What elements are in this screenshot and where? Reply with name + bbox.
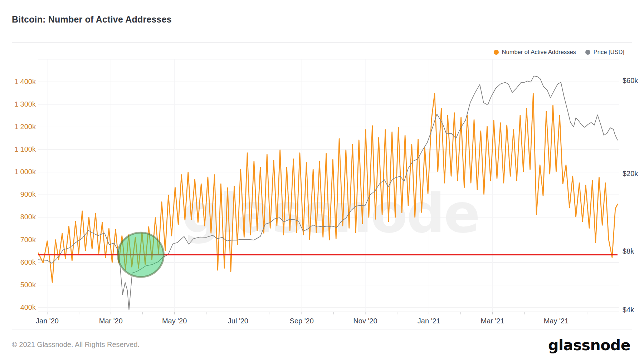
- copyright-text: © 2021 Glassnode. All Rights Reserved.: [12, 341, 140, 349]
- green-highlight-ellipse: [118, 233, 164, 277]
- y-axis-label-left: 600k: [7, 258, 36, 266]
- legend-label: Number of Active Addresses: [502, 49, 576, 55]
- x-axis-label: Mar '21: [481, 317, 504, 325]
- y-axis-label-right: $20k: [623, 170, 638, 178]
- x-axis-label: Jan '21: [418, 317, 440, 325]
- x-axis-label: May '21: [544, 317, 569, 325]
- y-axis-label-left: 1 000k: [7, 168, 36, 176]
- y-axis-label-left: 900k: [7, 190, 36, 199]
- legend-item-active-addresses[interactable]: Number of Active Addresses: [494, 49, 576, 55]
- y-axis-label-left: 1 100k: [7, 145, 36, 153]
- legend-item-price[interactable]: Price [USD]: [585, 49, 624, 55]
- page: Bitcoin: Number of Active Addresses glas…: [0, 0, 644, 362]
- y-axis-label-left: 800k: [7, 213, 36, 221]
- y-axis-label-right: $8k: [623, 247, 634, 255]
- x-axis-label: May '20: [162, 317, 187, 325]
- y-axis-label-left: 1 400k: [7, 78, 36, 86]
- x-axis-label: Nov '20: [353, 317, 377, 325]
- chart-legend: Number of Active Addresses Price [USD]: [494, 49, 624, 55]
- y-axis-label-right: $60k: [623, 77, 638, 85]
- price-dot-icon: [585, 50, 590, 55]
- y-axis-label-left: 700k: [7, 236, 36, 244]
- y-axis-label-left: 1 300k: [7, 100, 36, 108]
- x-axis-label: Jul '20: [228, 317, 248, 325]
- y-axis-label-right: $4k: [623, 306, 634, 314]
- y-axis-label-left: 400k: [7, 303, 36, 312]
- legend-label: Price [USD]: [594, 49, 624, 55]
- active-addresses-dot-icon: [494, 50, 499, 55]
- x-axis-label: Sep '20: [290, 317, 314, 325]
- x-axis-label: Mar '20: [99, 317, 123, 325]
- glassnode-logo[interactable]: glassnode: [548, 337, 630, 354]
- y-axis-label-left: 1 200k: [7, 123, 36, 131]
- y-axis-label-left: 500k: [7, 281, 36, 289]
- x-axis-label: Jan '20: [36, 317, 59, 325]
